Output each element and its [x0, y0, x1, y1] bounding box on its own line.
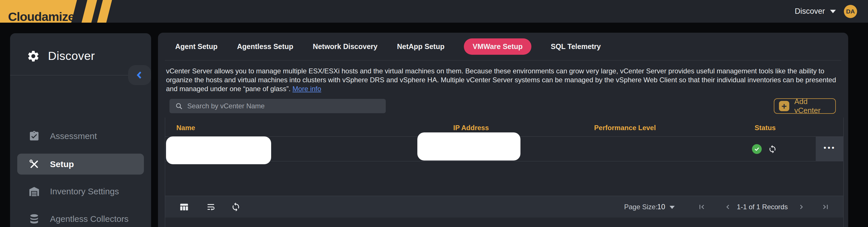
sidebar-item-label: Inventory Settings — [50, 187, 119, 196]
setup-tabs: Agent Setup Agentless Setup Network Disc… — [158, 33, 848, 60]
top-bar: Cloudamize™ Discover DA — [0, 0, 868, 23]
tab-network-discovery[interactable]: Network Discovery — [313, 38, 377, 55]
tabs-divider — [165, 60, 841, 61]
plus-icon: + — [779, 101, 789, 111]
column-header-ip-address: IP Address — [453, 124, 489, 132]
search-input[interactable] — [187, 102, 386, 110]
tab-agentless-setup[interactable]: Agentless Setup — [237, 38, 293, 55]
gear-icon — [27, 49, 40, 63]
table-empty-space — [165, 161, 843, 196]
warehouse-icon — [28, 185, 40, 197]
trademark-symbol: ™ — [74, 9, 79, 14]
cloudamize-logo: Cloudamize™ — [0, 0, 126, 23]
chevron-left-icon — [134, 70, 145, 80]
row-actions-button[interactable]: ••• — [816, 137, 844, 161]
refresh-table-icon[interactable] — [231, 202, 241, 212]
next-page-button[interactable] — [797, 203, 806, 211]
setup-tools-icon — [28, 158, 40, 170]
more-info-link[interactable]: More info — [292, 85, 321, 92]
brand-name: Cloudamize™ — [8, 0, 79, 23]
ellipsis-icon: ••• — [824, 144, 836, 154]
database-icon — [28, 213, 40, 225]
status-cell — [752, 137, 777, 161]
tab-netapp-setup[interactable]: NetApp Setup — [397, 38, 444, 55]
module-dropdown-label: Discover — [795, 7, 825, 16]
column-header-performance-level: Performance Level — [594, 124, 656, 132]
module-dropdown[interactable]: Discover — [795, 7, 836, 16]
sidebar-divider — [10, 75, 129, 75]
page-size-label: Page Size: — [624, 203, 657, 211]
add-vcenter-label: Add vCenter — [795, 97, 836, 115]
assessment-icon — [28, 130, 40, 142]
sidebar-header: Discover — [27, 49, 95, 63]
sidebar-item-assessment[interactable]: Assessment — [17, 125, 144, 147]
sidebar-item-setup[interactable]: Setup — [17, 154, 144, 175]
previous-page-button[interactable] — [723, 203, 732, 211]
redaction-box-name — [166, 137, 271, 164]
chevron-down-icon[interactable] — [670, 206, 675, 209]
vcenter-description: vCenter Server allows you to manage mult… — [166, 67, 842, 93]
row-sync-icon[interactable] — [768, 145, 777, 154]
search-box — [169, 99, 386, 113]
topbar-right: Discover DA — [795, 0, 857, 23]
sidebar-item-agentless-collectors[interactable]: Agentless Collectors — [17, 209, 144, 227]
sidebar: Discover Assessment Setup — [10, 33, 151, 227]
redaction-box-ip-address — [417, 133, 521, 160]
page-size-select[interactable]: 10 — [657, 203, 665, 211]
status-ok-icon — [752, 144, 762, 154]
sidebar-item-inventory-settings[interactable]: Inventory Settings — [17, 181, 144, 202]
sidebar-item-label: Assessment — [50, 131, 97, 141]
main-content-card: Agent Setup Agentless Setup Network Disc… — [158, 33, 848, 227]
table-footer: Page Size: 10 1-1 of 1 Records — [165, 196, 843, 218]
description-text: vCenter Server allows you to manage mult… — [166, 67, 836, 92]
chevron-down-icon — [830, 10, 836, 13]
first-page-button[interactable] — [698, 203, 706, 211]
column-header-name: Name — [176, 124, 195, 132]
tab-vmware-setup[interactable]: VMWare Setup — [464, 38, 531, 55]
sidebar-collapse-button[interactable] — [128, 65, 151, 85]
sidebar-title: Discover — [48, 49, 95, 63]
user-avatar[interactable]: DA — [844, 5, 857, 18]
last-page-button[interactable] — [821, 203, 830, 211]
column-settings-icon[interactable] — [179, 202, 189, 212]
records-count: 1-1 of 1 Records — [737, 203, 787, 211]
tab-sql-telemetry[interactable]: SQL Telemetry — [551, 38, 601, 55]
tab-agent-setup[interactable]: Agent Setup — [175, 38, 217, 55]
wrap-text-icon[interactable] — [206, 202, 216, 212]
column-header-status: Status — [754, 124, 776, 132]
app-root: Cloudamize™ Discover DA Discover Assessm… — [0, 0, 868, 227]
search-icon — [175, 102, 183, 110]
sidebar-item-label: Agentless Collectors — [50, 214, 128, 224]
add-vcenter-button[interactable]: + Add vCenter — [774, 98, 836, 114]
sidebar-item-label: Setup — [50, 159, 74, 169]
